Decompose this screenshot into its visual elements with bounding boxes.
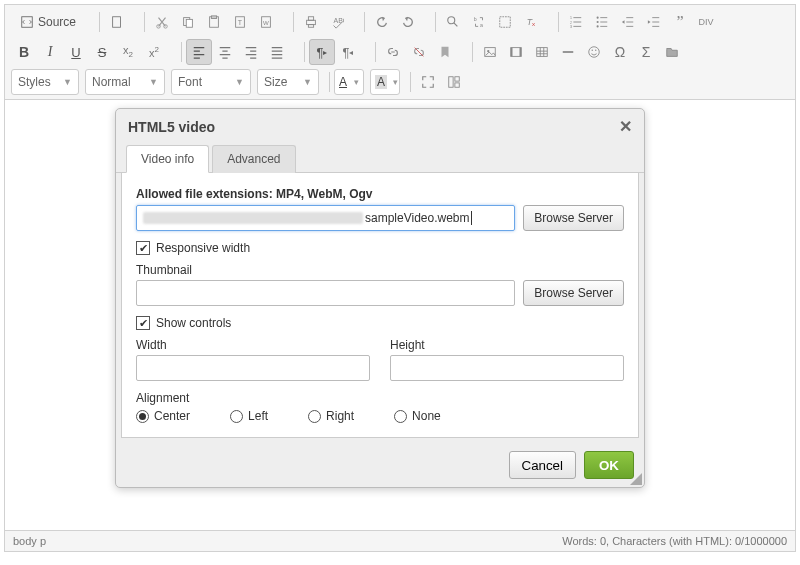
cut-icon[interactable]: [149, 9, 175, 35]
find-icon[interactable]: [440, 9, 466, 35]
show-blocks-icon[interactable]: [441, 69, 467, 95]
checkbox-checked-icon: ✔: [136, 241, 150, 255]
font-select[interactable]: Font▼: [171, 69, 251, 95]
video-url-input[interactable]: sampleVideo.webm: [136, 205, 515, 231]
div-icon[interactable]: DIV: [693, 9, 719, 35]
close-icon[interactable]: ✕: [619, 117, 632, 136]
browse-server-button-2[interactable]: Browse Server: [523, 280, 624, 306]
radio-icon: [136, 410, 149, 423]
svg-rect-39: [455, 77, 459, 81]
svg-text:1: 1: [570, 16, 572, 20]
tab-video-info[interactable]: Video info: [126, 145, 209, 173]
special-char-icon[interactable]: Ω: [607, 39, 633, 65]
format-select[interactable]: Normal▼: [85, 69, 165, 95]
show-controls-label: Show controls: [156, 316, 231, 330]
outdent-icon[interactable]: [615, 9, 641, 35]
print-icon[interactable]: [298, 9, 324, 35]
select-all-icon[interactable]: [492, 9, 518, 35]
align-right-radio[interactable]: Right: [308, 409, 354, 423]
styles-select[interactable]: Styles▼: [11, 69, 79, 95]
align-center-icon[interactable]: [212, 39, 238, 65]
ok-button[interactable]: OK: [584, 451, 634, 479]
folder-icon[interactable]: [659, 39, 685, 65]
align-right-icon[interactable]: [238, 39, 264, 65]
source-button[interactable]: Source: [11, 9, 85, 35]
browse-server-button-1[interactable]: Browse Server: [523, 205, 624, 231]
align-left-radio[interactable]: Left: [230, 409, 268, 423]
svg-rect-33: [520, 48, 522, 57]
image-icon[interactable]: [477, 39, 503, 65]
svg-text:W: W: [263, 19, 269, 26]
bg-color-select[interactable]: A▾: [370, 69, 400, 95]
size-select[interactable]: Size▼: [257, 69, 319, 95]
svg-point-37: [595, 50, 596, 51]
radio-icon: [394, 410, 407, 423]
text-color-select[interactable]: A▾: [334, 69, 364, 95]
table-icon[interactable]: [529, 39, 555, 65]
thumbnail-label: Thumbnail: [136, 263, 624, 277]
math-icon[interactable]: Σ: [633, 39, 659, 65]
hr-icon[interactable]: [555, 39, 581, 65]
dialog-body: Allowed file extensions: MP4, WebM, Ogv …: [121, 173, 639, 438]
paste-icon[interactable]: [201, 9, 227, 35]
dialog-title: HTML5 video: [128, 119, 215, 135]
show-controls-checkbox[interactable]: ✔ Show controls: [136, 316, 624, 330]
checkbox-checked-icon: ✔: [136, 316, 150, 330]
status-bar: body p Words: 0, Characters (with HTML):…: [5, 530, 795, 551]
thumbnail-input[interactable]: [136, 280, 515, 306]
width-input[interactable]: [136, 355, 370, 381]
align-center-radio[interactable]: Center: [136, 409, 190, 423]
dialog-footer: Cancel OK: [116, 443, 644, 487]
resize-grip-icon[interactable]: [630, 473, 642, 485]
svg-text:x: x: [532, 20, 535, 27]
link-icon[interactable]: [380, 39, 406, 65]
height-label: Height: [390, 338, 624, 352]
bold-icon[interactable]: B: [11, 39, 37, 65]
paste-word-icon[interactable]: W: [253, 9, 279, 35]
unlink-icon[interactable]: [406, 39, 432, 65]
indent-icon[interactable]: [641, 9, 667, 35]
alignment-label: Alignment: [136, 391, 624, 405]
smiley-icon[interactable]: [581, 39, 607, 65]
undo-icon[interactable]: [369, 9, 395, 35]
redo-icon[interactable]: [395, 9, 421, 35]
italic-icon[interactable]: I: [37, 39, 63, 65]
responsive-width-checkbox[interactable]: ✔ Responsive width: [136, 241, 624, 255]
svg-rect-14: [308, 25, 313, 28]
svg-text:2: 2: [570, 21, 572, 25]
format-select-label: Normal: [92, 75, 131, 89]
align-none-radio[interactable]: None: [394, 409, 441, 423]
copy-icon[interactable]: [175, 9, 201, 35]
numbered-list-icon[interactable]: 123: [563, 9, 589, 35]
align-left-icon[interactable]: [186, 39, 212, 65]
toolbar-row-1: Source T W ABC: [11, 9, 789, 35]
height-input[interactable]: [390, 355, 624, 381]
strike-icon[interactable]: S: [89, 39, 115, 65]
bulleted-list-icon[interactable]: [589, 9, 615, 35]
remove-format-icon[interactable]: Tx: [518, 9, 544, 35]
rtl-icon[interactable]: ¶◂: [335, 39, 361, 65]
svg-rect-12: [307, 20, 316, 24]
svg-rect-19: [500, 17, 511, 28]
video-dialog: HTML5 video ✕ Video info Advanced Allowe…: [115, 108, 645, 488]
element-path[interactable]: body p: [13, 535, 46, 547]
new-page-icon[interactable]: [104, 9, 130, 35]
align-justify-icon[interactable]: [264, 39, 290, 65]
dialog-titlebar[interactable]: HTML5 video ✕: [116, 109, 644, 144]
paste-text-icon[interactable]: T: [227, 9, 253, 35]
editor-body[interactable]: HTML5 video ✕ Video info Advanced Allowe…: [5, 100, 795, 530]
replace-icon[interactable]: ba: [466, 9, 492, 35]
blockquote-icon[interactable]: ”: [667, 9, 693, 35]
cancel-button[interactable]: Cancel: [509, 451, 577, 479]
anchor-icon[interactable]: [432, 39, 458, 65]
tab-advanced[interactable]: Advanced: [212, 145, 295, 173]
underline-icon[interactable]: U: [63, 39, 89, 65]
superscript-icon[interactable]: x2: [141, 39, 167, 65]
font-select-label: Font: [178, 75, 202, 89]
spellcheck-icon[interactable]: ABC: [324, 9, 350, 35]
subscript-icon[interactable]: x2: [115, 39, 141, 65]
ltr-icon[interactable]: ¶▸: [309, 39, 335, 65]
source-label: Source: [38, 15, 76, 29]
video-icon[interactable]: [503, 39, 529, 65]
maximize-icon[interactable]: [415, 69, 441, 95]
